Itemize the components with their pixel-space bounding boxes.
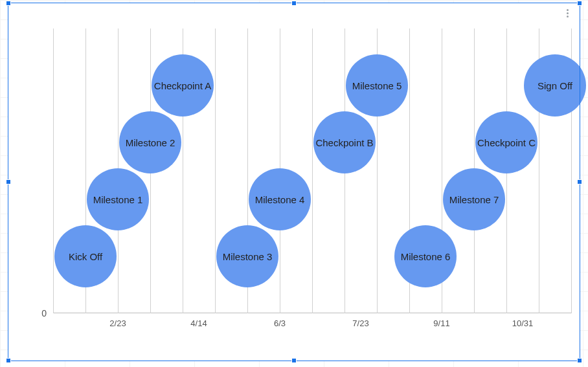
- bubble-point[interactable]: Milestone 7: [443, 168, 505, 230]
- bubble-label: Checkpoint B: [315, 137, 373, 148]
- plot-area: 2/234/146/37/239/1110/310Kick OffMilesto…: [53, 28, 571, 313]
- x-tick-label: 6/3: [274, 318, 286, 328]
- x-tick-label: 7/23: [352, 318, 368, 328]
- bubble-label: Milestone 2: [126, 137, 175, 148]
- bubble-point[interactable]: Checkpoint B: [313, 111, 376, 173]
- bubble-point[interactable]: Milestone 1: [87, 168, 149, 230]
- bubble-point[interactable]: Milestone 4: [249, 168, 311, 230]
- vertical-gridline: [215, 28, 216, 313]
- bubble-label: Milestone 5: [352, 80, 402, 91]
- y-tick-label: 0: [41, 308, 47, 318]
- resize-handle-n[interactable]: [291, 1, 297, 6]
- bubble-point[interactable]: Checkpoint C: [475, 111, 537, 173]
- bubble-point[interactable]: Kick Off: [54, 225, 117, 287]
- resize-handle-ne[interactable]: [577, 1, 582, 6]
- vertical-gridline: [53, 28, 54, 313]
- bubble-point[interactable]: Milestone 2: [119, 111, 181, 173]
- bubble-label: Milestone 4: [255, 194, 305, 205]
- bubble-label: Checkpoint A: [154, 80, 211, 91]
- bubble-label: Milestone 1: [93, 194, 143, 205]
- resize-handle-sw[interactable]: [6, 358, 11, 363]
- bubble-label: Checkpoint C: [477, 137, 536, 148]
- bubble-label: Milestone 3: [223, 251, 273, 262]
- chart-menu-button[interactable]: [561, 6, 574, 19]
- bubble-point[interactable]: Milestone 6: [394, 225, 457, 287]
- x-tick-label: 9/11: [433, 318, 449, 328]
- bubble-label: Sign Off: [537, 80, 572, 91]
- bubble-point[interactable]: Milestone 5: [346, 54, 408, 117]
- resize-handle-s[interactable]: [291, 358, 297, 363]
- x-tick-label: 2/23: [109, 318, 126, 328]
- chart-object[interactable]: 2/234/146/37/239/1110/310Kick OffMilesto…: [8, 3, 580, 361]
- bubble-point[interactable]: Sign Off: [524, 54, 586, 117]
- vertical-gridline: [312, 28, 313, 313]
- bubble-point[interactable]: Milestone 3: [216, 225, 278, 287]
- bubble-label: Milestone 6: [401, 251, 451, 262]
- bubble-point[interactable]: Checkpoint A: [152, 54, 214, 117]
- resize-handle-e[interactable]: [577, 179, 582, 184]
- resize-handle-se[interactable]: [577, 358, 582, 363]
- bubble-label: Milestone 7: [449, 194, 499, 205]
- resize-handle-w[interactable]: [6, 179, 11, 184]
- x-tick-label: 10/31: [512, 318, 534, 328]
- bubble-label: Kick Off: [69, 251, 102, 262]
- resize-handle-nw[interactable]: [6, 1, 11, 6]
- x-tick-label: 4/14: [190, 318, 207, 328]
